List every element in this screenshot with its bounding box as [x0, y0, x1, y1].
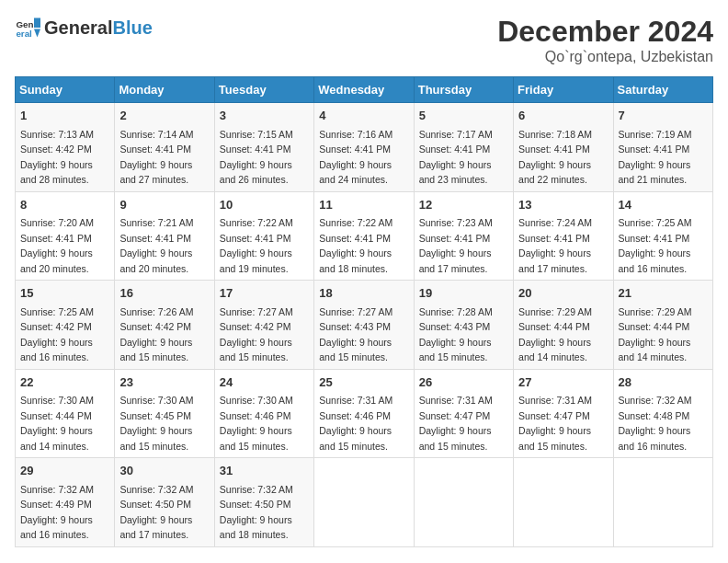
calendar-day-cell: 29Sunrise: 7:32 AMSunset: 4:49 PMDayligh… [16, 458, 115, 547]
day-number: 9 [119, 196, 209, 214]
calendar-day-cell: 19Sunrise: 7:28 AMSunset: 4:43 PMDayligh… [414, 281, 513, 370]
calendar-day-cell: 3Sunrise: 7:15 AMSunset: 4:41 PMDaylight… [214, 103, 313, 192]
calendar-day-cell: 23Sunrise: 7:30 AMSunset: 4:45 PMDayligh… [115, 369, 214, 458]
day-number: 24 [220, 373, 309, 392]
calendar-day-cell [314, 458, 414, 547]
calendar-day-cell: 20Sunrise: 7:29 AMSunset: 4:44 PMDayligh… [514, 281, 613, 370]
day-number: 23 [119, 373, 209, 392]
logo-wordmark: GeneralBlue [44, 17, 153, 39]
day-number: 18 [319, 284, 408, 303]
calendar-day-cell: 8Sunrise: 7:20 AMSunset: 4:41 PMDaylight… [16, 191, 115, 281]
day-number: 22 [20, 373, 109, 392]
day-number: 15 [20, 284, 109, 303]
day-info: Sunrise: 7:26 AMSunset: 4:42 PMDaylight:… [119, 306, 193, 363]
calendar-day-cell: 4Sunrise: 7:16 AMSunset: 4:41 PMDaylight… [314, 103, 414, 192]
calendar-day-cell: 12Sunrise: 7:23 AMSunset: 4:41 PMDayligh… [414, 191, 513, 281]
calendar-day-cell: 26Sunrise: 7:31 AMSunset: 4:47 PMDayligh… [414, 369, 513, 458]
col-tuesday: Tuesday [214, 77, 313, 103]
day-info: Sunrise: 7:21 AMSunset: 4:41 PMDaylight:… [119, 217, 193, 274]
day-number: 29 [20, 462, 109, 480]
calendar-day-cell: 22Sunrise: 7:30 AMSunset: 4:44 PMDayligh… [16, 369, 115, 458]
calendar-day-cell: 9Sunrise: 7:21 AMSunset: 4:41 PMDaylight… [115, 191, 214, 281]
col-monday: Monday [115, 77, 214, 103]
day-info: Sunrise: 7:32 AMSunset: 4:50 PMDaylight:… [220, 484, 293, 541]
day-info: Sunrise: 7:31 AMSunset: 4:47 PMDaylight:… [518, 395, 592, 452]
day-info: Sunrise: 7:30 AMSunset: 4:45 PMDaylight:… [119, 395, 193, 452]
calendar-table: Sunday Monday Tuesday Wednesday Thursday… [15, 76, 713, 547]
day-number: 30 [119, 462, 209, 480]
col-saturday: Saturday [613, 77, 712, 103]
calendar-day-cell: 2Sunrise: 7:14 AMSunset: 4:41 PMDaylight… [115, 103, 214, 192]
day-number: 28 [619, 373, 708, 392]
day-info: Sunrise: 7:23 AMSunset: 4:41 PMDaylight:… [419, 217, 493, 274]
col-thursday: Thursday [414, 77, 513, 103]
day-number: 20 [518, 284, 608, 303]
day-info: Sunrise: 7:14 AMSunset: 4:41 PMDaylight:… [119, 129, 193, 186]
day-info: Sunrise: 7:13 AMSunset: 4:42 PMDaylight:… [20, 129, 94, 186]
day-info: Sunrise: 7:27 AMSunset: 4:42 PMDaylight:… [220, 306, 293, 363]
calendar-day-cell: 24Sunrise: 7:30 AMSunset: 4:46 PMDayligh… [214, 369, 313, 458]
day-info: Sunrise: 7:29 AMSunset: 4:44 PMDaylight:… [518, 306, 592, 363]
day-number: 6 [518, 107, 608, 125]
col-wednesday: Wednesday [314, 77, 414, 103]
day-number: 21 [619, 284, 708, 303]
day-info: Sunrise: 7:29 AMSunset: 4:44 PMDaylight:… [619, 306, 692, 363]
day-number: 14 [619, 196, 708, 214]
day-number: 7 [619, 107, 708, 125]
calendar-day-cell: 16Sunrise: 7:26 AMSunset: 4:42 PMDayligh… [115, 281, 214, 370]
day-number: 1 [20, 107, 109, 125]
day-info: Sunrise: 7:25 AMSunset: 4:42 PMDaylight:… [20, 306, 94, 363]
page-title: December 2024 [497, 15, 713, 49]
calendar-header-row: Sunday Monday Tuesday Wednesday Thursday… [16, 77, 713, 103]
day-info: Sunrise: 7:19 AMSunset: 4:41 PMDaylight:… [619, 129, 692, 186]
day-info: Sunrise: 7:32 AMSunset: 4:50 PMDaylight:… [119, 484, 193, 541]
day-info: Sunrise: 7:25 AMSunset: 4:41 PMDaylight:… [619, 217, 692, 274]
day-number: 10 [220, 196, 309, 214]
day-info: Sunrise: 7:31 AMSunset: 4:47 PMDaylight:… [419, 395, 493, 452]
day-info: Sunrise: 7:31 AMSunset: 4:46 PMDaylight:… [319, 395, 392, 452]
day-info: Sunrise: 7:30 AMSunset: 4:46 PMDaylight:… [220, 395, 293, 452]
calendar-day-cell: 27Sunrise: 7:31 AMSunset: 4:47 PMDayligh… [514, 369, 613, 458]
calendar-day-cell: 13Sunrise: 7:24 AMSunset: 4:41 PMDayligh… [514, 191, 613, 281]
calendar-day-cell: 14Sunrise: 7:25 AMSunset: 4:41 PMDayligh… [613, 191, 712, 281]
day-number: 16 [119, 284, 209, 303]
calendar-week-row: 8Sunrise: 7:20 AMSunset: 4:41 PMDaylight… [16, 191, 713, 281]
col-sunday: Sunday [16, 77, 115, 103]
col-friday: Friday [514, 77, 613, 103]
day-number: 25 [319, 373, 408, 392]
day-info: Sunrise: 7:28 AMSunset: 4:43 PMDaylight:… [419, 306, 493, 363]
calendar-day-cell: 1Sunrise: 7:13 AMSunset: 4:42 PMDaylight… [16, 103, 115, 192]
logo-general: General [44, 17, 112, 38]
day-number: 31 [220, 462, 309, 480]
calendar-day-cell: 15Sunrise: 7:25 AMSunset: 4:42 PMDayligh… [16, 281, 115, 370]
svg-marker-2 [34, 18, 40, 29]
day-info: Sunrise: 7:17 AMSunset: 4:41 PMDaylight:… [419, 129, 493, 186]
day-info: Sunrise: 7:24 AMSunset: 4:41 PMDaylight:… [518, 217, 592, 274]
calendar-day-cell: 18Sunrise: 7:27 AMSunset: 4:43 PMDayligh… [314, 281, 414, 370]
calendar-day-cell: 25Sunrise: 7:31 AMSunset: 4:46 PMDayligh… [314, 369, 414, 458]
calendar-day-cell: 21Sunrise: 7:29 AMSunset: 4:44 PMDayligh… [613, 281, 712, 370]
day-number: 2 [119, 107, 209, 125]
day-number: 11 [319, 196, 408, 214]
calendar-day-cell [613, 458, 712, 547]
calendar-week-row: 15Sunrise: 7:25 AMSunset: 4:42 PMDayligh… [16, 281, 713, 370]
svg-text:eral: eral [16, 29, 32, 39]
calendar-day-cell: 5Sunrise: 7:17 AMSunset: 4:41 PMDaylight… [414, 103, 513, 192]
day-info: Sunrise: 7:22 AMSunset: 4:41 PMDaylight:… [220, 217, 293, 274]
title-block: December 2024 Qo`rg`ontepa, Uzbekistan [497, 15, 713, 65]
day-info: Sunrise: 7:20 AMSunset: 4:41 PMDaylight:… [20, 217, 94, 274]
logo-blue: Blue [112, 17, 152, 38]
calendar-day-cell: 6Sunrise: 7:18 AMSunset: 4:41 PMDaylight… [514, 103, 613, 192]
day-number: 17 [220, 284, 309, 303]
day-number: 4 [319, 107, 408, 125]
logo-icon: Gen eral [15, 15, 40, 40]
svg-marker-3 [34, 29, 40, 37]
day-info: Sunrise: 7:30 AMSunset: 4:44 PMDaylight:… [20, 395, 94, 452]
day-number: 19 [419, 284, 508, 303]
day-number: 5 [419, 107, 508, 125]
day-number: 13 [518, 196, 608, 214]
day-number: 27 [518, 373, 608, 392]
calendar-day-cell: 28Sunrise: 7:32 AMSunset: 4:48 PMDayligh… [613, 369, 712, 458]
calendar-day-cell: 11Sunrise: 7:22 AMSunset: 4:41 PMDayligh… [314, 191, 414, 281]
logo: Gen eral GeneralBlue [15, 15, 153, 40]
